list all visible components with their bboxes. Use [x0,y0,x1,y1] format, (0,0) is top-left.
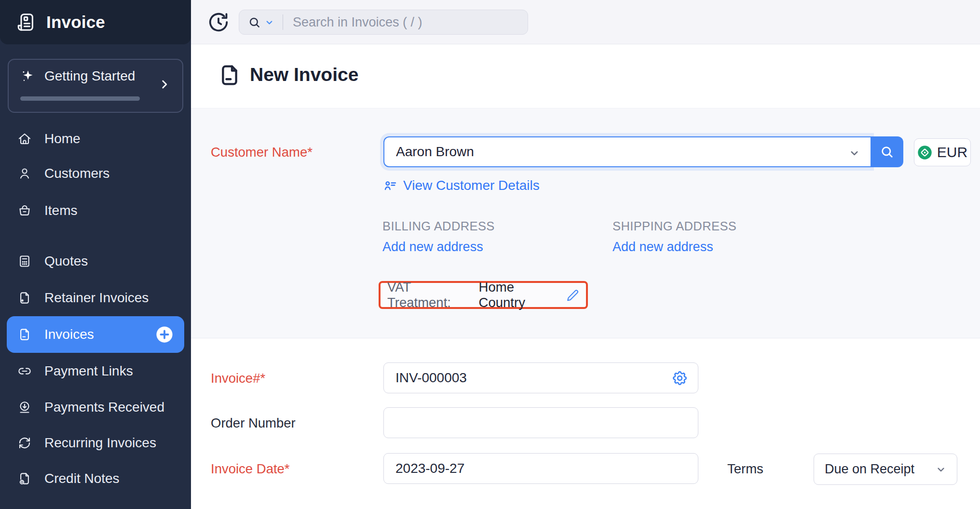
invoice-number-label: Invoice#* [211,371,265,386]
vat-treatment-label: VAT Treatment: [387,280,474,310]
getting-started-card[interactable]: Getting Started [8,59,183,113]
customer-dropdown-chevron-down-icon[interactable] [849,147,860,159]
sidebar-item-label: Quotes [44,254,88,269]
order-number-input[interactable] [384,408,698,438]
terms-chevron-down-icon [936,464,946,475]
invoice-number-field[interactable] [383,362,698,393]
vat-treatment-box: VAT Treatment: Home Country [379,281,588,309]
invoice-date-input[interactable] [384,454,698,483]
billing-add-address-link[interactable]: Add new address [382,240,483,254]
order-number-label: Order Number [211,415,296,431]
sidebar-item-label: Payment Links [44,363,133,379]
sidebar-item-customers[interactable]: Customers [0,155,191,192]
currency-button[interactable]: EUR [914,138,971,166]
customer-section: Customer Name* EUR [191,108,980,338]
sidebar-item-recurring-invoices[interactable]: Recurring Invoices [0,425,191,461]
app-logo: Invoice [0,0,191,44]
customer-name-input[interactable] [384,137,871,166]
vat-treatment-value: Home Country [479,280,560,310]
recent-history-icon[interactable] [207,11,230,33]
invoice-number-input[interactable] [384,363,698,393]
currency-icon [917,145,932,160]
terms-label: Terms [727,461,763,477]
payment-received-icon [17,400,32,415]
sparkle-icon [20,68,36,84]
getting-started-label: Getting Started [44,68,135,84]
getting-started-progress-bar [20,96,140,101]
page-title: New Invoice [250,64,358,85]
currency-code: EUR [937,144,967,161]
customer-name-group [383,136,903,167]
terms-select[interactable]: Due on Receipt [814,454,957,485]
app-title: Invoice [46,13,105,32]
view-customer-details-link[interactable]: View Customer Details [383,178,540,193]
sidebar-item-retainer-invoices[interactable]: Retainer Invoices [0,280,191,316]
view-customer-details-label: View Customer Details [403,178,540,193]
terms-value: Due on Receipt [825,462,936,477]
sidebar-item-label: Credit Notes [44,471,120,486]
sidebar-item-label: Recurring Invoices [44,435,156,451]
invoice-logo-icon [14,11,37,33]
invoice-date-field[interactable] [383,453,698,484]
edit-pencil-icon[interactable] [566,289,579,302]
add-invoice-plus-icon[interactable] [155,325,174,344]
sidebar-item-items[interactable]: Items [0,192,191,229]
search-scope-chevron-down-icon[interactable] [265,18,274,27]
sidebar-item-invoices[interactable]: Invoices [7,316,184,353]
main-content: New Invoice Customer Name* EUR [191,0,980,509]
topbar [191,0,980,44]
document-icon [17,327,32,342]
new-invoice-document-icon [217,63,242,88]
billing-address-header: BILLING ADDRESS [382,219,495,233]
sidebar-item-label: Invoices [44,327,94,342]
customer-name-field[interactable] [383,136,871,167]
order-number-field[interactable] [383,407,698,438]
person-icon [17,166,32,181]
customer-name-label: Customer Name* [211,145,313,160]
customer-details-icon [383,179,397,193]
gear-icon[interactable] [671,370,688,387]
sidebar-item-label: Customers [44,166,109,181]
sidebar-item-credit-notes[interactable]: Credit Notes [0,460,191,497]
sidebar-item-home[interactable]: Home [0,121,191,157]
sidebar-item-label: Payments Received [44,400,164,415]
basket-icon [17,203,32,218]
link-icon [17,364,32,378]
shipping-add-address-link[interactable]: Add new address [612,240,713,254]
search-icon [880,145,894,159]
global-search[interactable] [239,10,528,35]
customer-search-button[interactable] [871,136,903,167]
page-header: New Invoice [191,44,980,108]
sidebar-item-payment-links[interactable]: Payment Links [0,353,191,389]
sidebar-item-label: Retainer Invoices [44,290,149,306]
recurring-icon [17,436,32,450]
home-icon [17,132,32,146]
shipping-address-header: SHIPPING ADDRESS [612,219,736,233]
chevron-right-icon[interactable] [158,78,171,91]
calculator-icon [17,254,32,268]
sidebar: Invoice Getting Started Home [0,0,191,509]
search-input[interactable] [292,14,519,30]
credit-note-icon [17,471,32,486]
sidebar-item-payments-received[interactable]: Payments Received [0,389,191,426]
invoice-date-label: Invoice Date* [211,461,290,477]
sidebar-item-label: Home [44,131,81,147]
document-star-icon [17,291,32,305]
sidebar-item-quotes[interactable]: Quotes [0,243,191,280]
search-icon[interactable] [248,16,261,29]
sidebar-item-label: Items [44,203,77,218]
search-divider [283,14,283,30]
